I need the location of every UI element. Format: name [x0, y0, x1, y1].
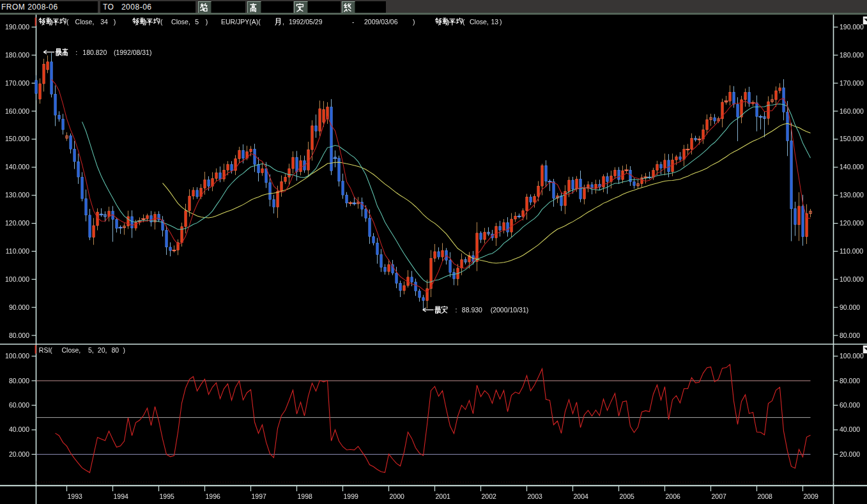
svg-text:): )	[413, 18, 415, 26]
svg-text:RSI(: RSI(	[39, 346, 53, 354]
svg-text:40.000: 40.000	[840, 425, 860, 433]
svg-text:140.000: 140.000	[5, 163, 29, 171]
svg-text:2001: 2001	[436, 493, 451, 500]
svg-text:): )	[114, 18, 116, 26]
svg-text:): )	[123, 346, 126, 354]
svg-text:EUR/JPY(A)(: EUR/JPY(A)(	[221, 18, 261, 26]
svg-text:100.000: 100.000	[840, 352, 864, 360]
svg-text:2006: 2006	[666, 493, 681, 500]
svg-text:(: (	[66, 18, 69, 26]
svg-text:120.000: 120.000	[840, 219, 864, 227]
svg-text:60.000: 60.000	[9, 401, 29, 409]
svg-text:): )	[500, 18, 502, 26]
svg-text:150.000: 150.000	[5, 135, 29, 142]
svg-text:40.000: 40.000	[9, 425, 29, 433]
svg-text:80: 80	[111, 346, 119, 354]
svg-text:2005: 2005	[620, 493, 635, 500]
svg-text:-: -	[352, 18, 355, 26]
svg-text:1994: 1994	[114, 493, 129, 500]
svg-text:2004: 2004	[574, 493, 589, 500]
svg-text:120.000: 120.000	[5, 219, 29, 227]
svg-text:180.000: 180.000	[5, 51, 29, 59]
svg-text:2008: 2008	[758, 493, 773, 500]
svg-text:(1992/08/31): (1992/08/31)	[114, 49, 152, 56]
svg-text:110.000: 110.000	[840, 247, 863, 255]
svg-text:140.000: 140.000	[840, 163, 864, 171]
svg-text:(: (	[160, 18, 163, 26]
svg-text:1999: 1999	[344, 493, 359, 500]
svg-text:1998: 1998	[298, 493, 313, 500]
svg-text:1995: 1995	[160, 493, 175, 500]
svg-text:): )	[206, 18, 208, 26]
svg-text:80.000: 80.000	[9, 332, 29, 339]
svg-text:80.000: 80.000	[9, 377, 29, 385]
svg-text:160.000: 160.000	[5, 107, 29, 115]
svg-text:90.000: 90.000	[840, 303, 860, 311]
svg-text:130.000: 130.000	[840, 191, 864, 199]
svg-text::: :	[75, 49, 77, 56]
svg-text:160.000: 160.000	[840, 107, 864, 115]
svg-text:20,: 20,	[98, 346, 107, 354]
svg-text:2002: 2002	[482, 493, 497, 500]
svg-text:1993: 1993	[68, 493, 83, 500]
svg-text:80.000: 80.000	[840, 377, 860, 385]
svg-text:170.000: 170.000	[5, 79, 29, 87]
svg-text:(: (	[463, 18, 465, 26]
svg-text:180.820: 180.820	[82, 49, 107, 56]
svg-text:Close,: Close,	[171, 18, 190, 26]
svg-text:1992/05/29: 1992/05/29	[289, 18, 323, 26]
svg-text:20.000: 20.000	[840, 450, 860, 458]
svg-text:100.000: 100.000	[840, 275, 864, 283]
svg-text:Close,: Close,	[470, 18, 489, 26]
svg-text:1996: 1996	[206, 493, 221, 500]
svg-text:2009: 2009	[804, 493, 819, 500]
svg-text:90.000: 90.000	[9, 303, 29, 311]
svg-text:5,: 5,	[88, 346, 94, 354]
svg-text:34: 34	[100, 18, 108, 26]
svg-text:180.000: 180.000	[840, 51, 864, 59]
svg-text:(2000/10/31): (2000/10/31)	[491, 306, 529, 314]
svg-text:Close,: Close,	[75, 18, 95, 26]
svg-text:80.000: 80.000	[840, 332, 860, 339]
svg-text:Close,: Close,	[62, 346, 81, 354]
svg-text:88.930: 88.930	[462, 306, 482, 314]
svg-text:60.000: 60.000	[840, 401, 860, 409]
svg-text:190.000: 190.000	[840, 23, 864, 31]
svg-text:100.000: 100.000	[5, 275, 29, 283]
svg-text:110.000: 110.000	[6, 247, 29, 255]
svg-text:2009/03/06: 2009/03/06	[364, 18, 398, 26]
svg-text:,: ,	[282, 18, 284, 26]
svg-text:2007: 2007	[712, 493, 727, 500]
svg-text:20.000: 20.000	[9, 450, 29, 458]
svg-text:130.000: 130.000	[5, 191, 29, 199]
svg-text:2003: 2003	[528, 493, 543, 500]
svg-text:100.000: 100.000	[5, 352, 29, 360]
svg-text:170.000: 170.000	[840, 79, 864, 87]
svg-text:5: 5	[195, 18, 199, 26]
svg-text:150.000: 150.000	[840, 135, 864, 142]
svg-text::: :	[456, 306, 457, 314]
svg-text:1997: 1997	[252, 493, 267, 500]
svg-text:13: 13	[491, 18, 499, 26]
svg-text:2000: 2000	[390, 493, 405, 500]
svg-text:190.000: 190.000	[5, 23, 29, 31]
